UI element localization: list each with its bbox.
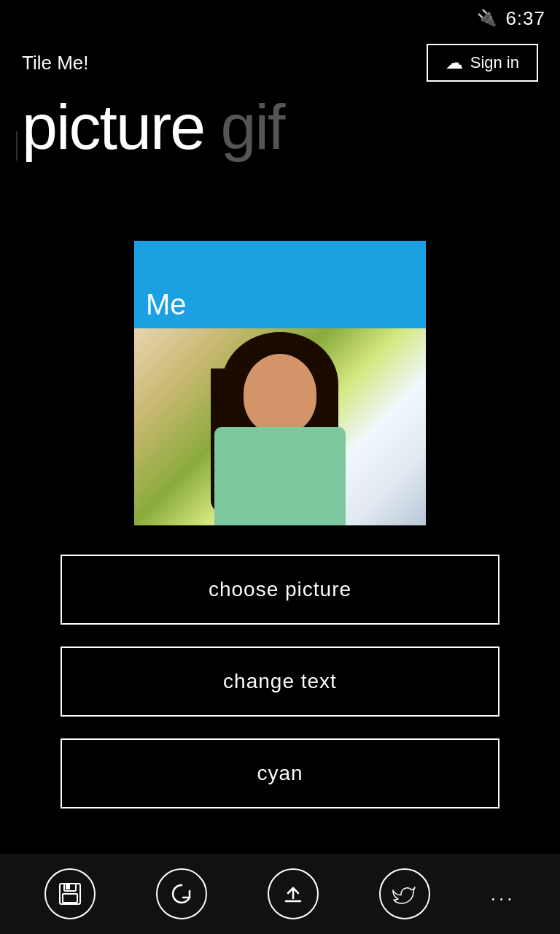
actions-section: choose picture change text cyan (0, 555, 560, 808)
choose-picture-button[interactable]: choose picture (61, 555, 499, 625)
body (214, 427, 346, 525)
save-button[interactable] (44, 868, 96, 919)
refresh-button[interactable] (156, 868, 207, 919)
svg-rect-3 (66, 884, 69, 889)
svg-rect-2 (63, 894, 77, 903)
face (244, 354, 316, 434)
status-bar: 🔌 6:37 (0, 0, 560, 36)
tile-header: Me (134, 241, 426, 328)
refresh-icon (168, 881, 195, 907)
tile-label: Me (146, 288, 187, 321)
twitter-icon (392, 881, 418, 907)
twitter-button[interactable] (379, 868, 430, 919)
cloud-icon: ☁ (446, 53, 463, 73)
sign-in-button[interactable]: ☁ Sign in (427, 44, 538, 82)
upload-button[interactable] (268, 868, 319, 919)
tile-photo (134, 328, 426, 525)
page-title: picture gif (22, 95, 538, 159)
change-text-button[interactable]: change text (61, 647, 499, 717)
upload-icon (280, 881, 306, 907)
app-title: Tile Me! (22, 52, 89, 74)
battery-icon: 🔌 (477, 9, 497, 28)
header: Tile Me! ☁ Sign in (0, 36, 560, 89)
bottom-bar: ... (0, 854, 560, 934)
save-icon (57, 881, 83, 907)
title-inactive: gif (221, 90, 284, 163)
more-button[interactable]: ... (491, 883, 516, 906)
title-section: picture gif (0, 95, 560, 159)
title-active: picture (22, 90, 204, 163)
person-silhouette (207, 332, 353, 525)
time-display: 6:37 (505, 7, 545, 30)
color-button[interactable]: cyan (61, 738, 499, 808)
sign-in-label: Sign in (470, 53, 519, 72)
tile-preview: Me (134, 241, 426, 525)
